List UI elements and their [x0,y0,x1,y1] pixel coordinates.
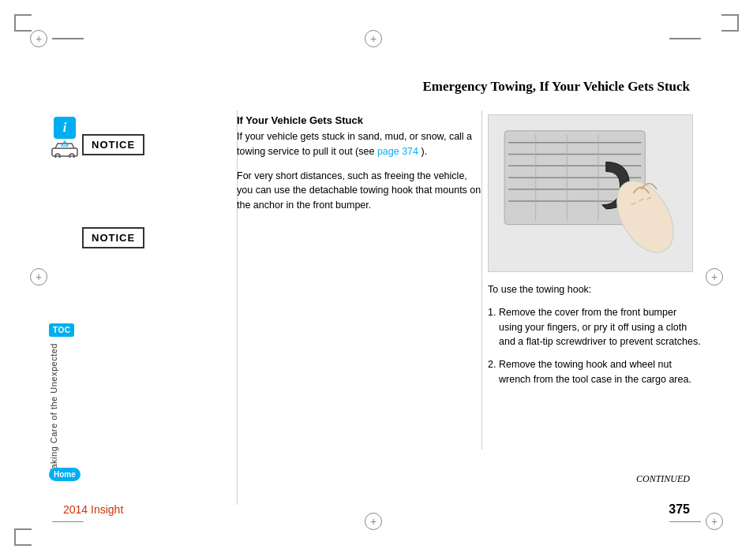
reg-mark-top-center [365,30,382,47]
page-container: Emergency Towing, If Your Vehicle Gets S… [0,0,753,560]
page-title: Emergency Towing, If Your Vehicle Gets S… [0,79,753,95]
content-paragraph-1: If your vehicle gets stuck in sand, mud,… [237,129,481,159]
notice-box-1: NOTICE [82,134,144,155]
corner-mark-tr [721,14,739,32]
footer-page-number: 375 [669,502,690,517]
corner-mark-bl [14,528,32,546]
sidebar-vertical-text: Taking Care of the Unexpected [49,343,58,474]
reg-mark-right-center [706,268,723,286]
info-icon: i [54,117,76,139]
svg-text:!: ! [64,143,65,147]
reg-mark-top-left [30,30,47,47]
car-icon: ! [51,140,79,160]
continued-text: CONTINUED [636,473,690,485]
home-button[interactable]: Home [49,468,81,481]
line-top-right [669,38,701,39]
content-heading: If Your Vehicle Gets Stuck [237,114,481,126]
notice-box-2: NOTICE [82,227,144,248]
step-2: Remove the towing hook and wheel nut wre… [499,357,701,387]
footer-model: 2014 Insight [63,503,123,516]
main-content: If Your Vehicle Gets Stuck If your vehic… [237,114,481,222]
steps-list: Remove the cover from the front bumper u… [488,305,701,387]
page-link[interactable]: page 374 [377,146,418,157]
reg-mark-left-center [30,268,47,286]
towing-hook-intro: To use the towing hook: [488,282,701,297]
corner-mark-tl [14,14,32,32]
footer: 2014 Insight 375 [0,502,753,517]
line-bottom-left [52,521,84,523]
line-top-left [52,38,84,39]
toc-button[interactable]: TOC [49,323,74,337]
line-bottom-right [669,521,701,523]
vertical-divider-right [481,110,482,450]
towing-hook-image [488,114,693,272]
below-image-content: To use the towing hook: Remove the cover… [488,282,701,395]
content-paragraph-2: For very short distances, such as freein… [237,169,481,213]
step-1: Remove the cover from the front bumper u… [499,305,701,349]
